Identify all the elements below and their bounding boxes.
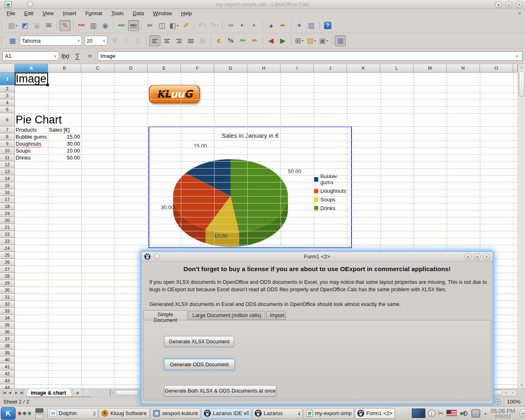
column-header-n[interactable]: N [447, 64, 480, 73]
dialog-close-button[interactable]: × [483, 253, 490, 260]
keyboard-layout-flag-icon[interactable] [446, 410, 457, 417]
column-header-i[interactable]: I [281, 64, 314, 73]
horizontal-scrollbar-left[interactable]: ‹ [110, 389, 142, 396]
row-header-30[interactable]: 30 [0, 287, 15, 294]
format-cells-button[interactable]: ▦ [7, 35, 18, 46]
formula-expand-icon[interactable]: ∨ [514, 54, 520, 58]
dropdown-arrow-icon[interactable]: ▾ [314, 39, 316, 43]
row-header-28[interactable]: 28 [0, 273, 15, 280]
kluug-logo-image[interactable]: KLuuG [149, 85, 200, 103]
column-header-partial[interactable] [513, 64, 518, 73]
close-document-icon[interactable]: × [517, 11, 523, 16]
export-pdf-button[interactable]: PDF [76, 20, 87, 31]
previous-sheet-button[interactable]: ◀ [7, 390, 13, 396]
scroll-left-icon[interactable]: ‹ [112, 390, 114, 395]
row-header-37[interactable]: 37 [0, 336, 15, 342]
row-header-15[interactable]: 15 [0, 182, 15, 189]
align-right-button[interactable] [173, 35, 184, 46]
column-header-j[interactable]: J [314, 64, 347, 73]
row-header-39[interactable]: 39 [0, 349, 15, 356]
device-notifier-icon[interactable] [471, 409, 480, 418]
cell-B8[interactable]: 15.00 [49, 133, 80, 140]
pager-desktop-1[interactable] [35, 408, 43, 413]
tab-import[interactable]: Import [266, 311, 286, 320]
row-header-2[interactable]: 2 [0, 85, 15, 92]
column-header-f[interactable]: F [181, 64, 214, 73]
task-button-kluug-software-[interactable]: Kluug Software - [99, 408, 150, 419]
generate-xlsx-button[interactable]: Generate XLSX Document [164, 336, 234, 347]
row-header-43[interactable]: 43 [0, 377, 15, 384]
row-header-42[interactable]: 42 [0, 370, 15, 377]
row-header-44[interactable]: 44 [0, 384, 15, 388]
cell-A10[interactable]: Soups [16, 147, 31, 154]
page-preview-button[interactable]: ◉ [100, 20, 111, 31]
chevron-down-icon[interactable]: ∨ [101, 39, 105, 43]
cell-A11[interactable]: Drinks [16, 154, 31, 161]
chevron-down-icon[interactable]: ∨ [52, 54, 57, 58]
insert-chart-button[interactable]: ◕ [265, 20, 276, 31]
cut-button[interactable]: ✂ [144, 20, 155, 31]
scroll-right-icon[interactable]: › [509, 390, 516, 395]
toolbar-drag-handle[interactable] [1, 21, 5, 30]
menu-edit[interactable]: Edit [20, 9, 37, 18]
vertical-scrollbar[interactable]: ∧ ∨ [518, 64, 525, 388]
menu-window[interactable]: Window [149, 9, 176, 18]
row-header-5[interactable]: 5 [0, 106, 15, 113]
cell-reference-box[interactable]: A1 ∨ [2, 51, 59, 61]
row-header-7[interactable]: 7 [0, 126, 15, 133]
horizontal-scrollbar-right[interactable]: ‹ › [491, 389, 517, 396]
selection-handle[interactable] [46, 84, 49, 86]
row-header-34[interactable]: 34 [0, 315, 15, 322]
border-color-button[interactable]: ▣▾ [318, 35, 329, 46]
next-sheet-button[interactable]: ▶ [13, 390, 20, 396]
row-header-10[interactable]: 10 [0, 147, 15, 154]
row-header-22[interactable]: 22 [0, 231, 15, 238]
task-button-form1-2-[interactable]: Form1 <2> [355, 408, 395, 419]
borders-button[interactable]: ⊞▾ [294, 35, 305, 46]
add-sheet-button[interactable]: + [72, 389, 83, 397]
column-header-m[interactable]: M [413, 64, 447, 73]
dropdown-arrow-icon[interactable]: ▾ [217, 24, 219, 27]
chevron-down-icon[interactable]: ∨ [75, 39, 80, 43]
column-header-c[interactable]: C [81, 64, 114, 73]
row-header-23[interactable]: 23 [0, 238, 15, 245]
row-header-41[interactable]: 41 [0, 363, 15, 370]
tab-large-document[interactable]: Large Document (million cells) [188, 311, 265, 320]
activity-dots[interactable] [17, 412, 32, 415]
row-header-4[interactable]: 4 [0, 99, 15, 106]
print-button[interactable]: ▥ [88, 20, 99, 31]
tab-splitter[interactable] [110, 390, 111, 396]
formula-input[interactable]: Image ∨ [98, 51, 523, 61]
minimize-button[interactable]: ∨ [495, 1, 502, 8]
percent-format-button[interactable]: % [225, 35, 236, 46]
menu-tools[interactable]: Tools [107, 9, 128, 18]
row-header-21[interactable]: 21 [0, 224, 15, 231]
font-size-combo[interactable]: 20∨ [84, 36, 107, 46]
pager-desktop-2[interactable] [35, 414, 43, 419]
cell-A6[interactable]: Pie Chart [16, 113, 62, 126]
cell-A7[interactable]: Products [16, 126, 37, 133]
row-header-32[interactable]: 32 [0, 301, 15, 308]
help-button[interactable]: ? [322, 20, 333, 31]
tab-simple-document[interactable]: Simple Document [143, 310, 187, 320]
cell-B9[interactable]: 30.00 [49, 140, 80, 147]
row-header-26[interactable]: 26 [0, 259, 15, 266]
toggle-grid-button[interactable]: ▦ [335, 35, 346, 46]
dropdown-arrow-icon[interactable]: ▾ [205, 24, 207, 27]
copy-button[interactable]: ◫ [156, 20, 167, 31]
row-header-24[interactable]: 24 [0, 245, 15, 252]
column-header-e[interactable]: E [148, 64, 181, 73]
sheet-tab-image-and-chart[interactable]: image & chart [26, 389, 72, 397]
zoom-in-icon[interactable]: + [495, 399, 501, 405]
sum-button[interactable]: ∑ [71, 51, 84, 62]
menu-view[interactable]: View [38, 9, 58, 18]
task-button-oexport-kubuntu[interactable]: ▣oexport-kubuntu [151, 408, 201, 419]
delete-decimal-button[interactable]: ,00- [249, 35, 260, 46]
kde-menu-button[interactable]: K [1, 407, 16, 420]
row-header-16[interactable]: 16 [0, 189, 15, 196]
cell-B11[interactable]: 50.00 [49, 154, 80, 161]
row-header-6[interactable]: 6 [0, 113, 15, 126]
column-header-o[interactable]: O [480, 64, 513, 73]
align-justified-button[interactable] [185, 35, 196, 46]
row-header-35[interactable]: 35 [0, 322, 15, 329]
